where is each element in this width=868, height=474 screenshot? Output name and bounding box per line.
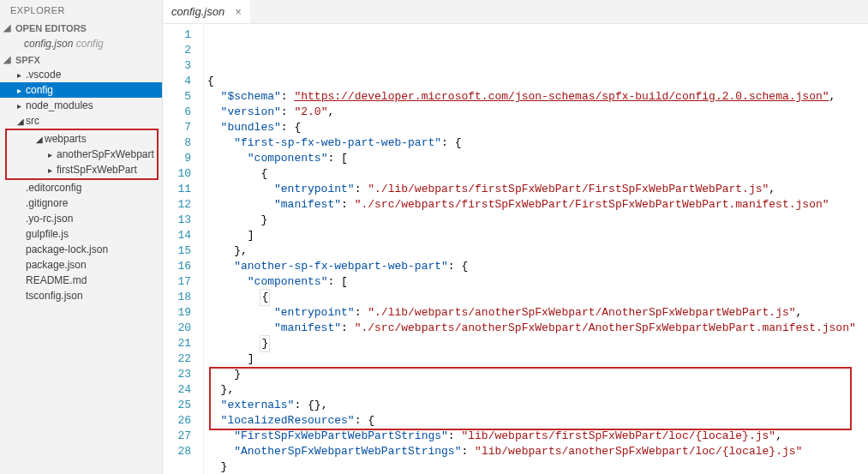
line-number: 5	[163, 89, 191, 105]
tree-item[interactable]: ▸.editorconfig	[0, 180, 162, 195]
line-number: 9	[163, 151, 191, 166]
tree-item[interactable]: ▸README.md	[0, 273, 162, 288]
code-body[interactable]: { "$schema": "https://developer.microsof…	[204, 24, 868, 474]
token-punc: }	[261, 337, 268, 350]
line-number: 17	[163, 274, 191, 290]
line-number: 19	[163, 305, 191, 321]
token-punc: },	[234, 244, 248, 257]
token-str: "./src/webparts/firstSpFxWebPart/FirstSp…	[355, 198, 829, 211]
code-line: "entrypoint": "./lib/webparts/firstSpFxW…	[207, 182, 868, 197]
line-number: 2	[163, 43, 191, 58]
token-punc: {	[261, 291, 268, 303]
token-key: "manifest"	[274, 198, 341, 211]
token-key: "components"	[248, 152, 328, 165]
token-punc: ,	[775, 429, 782, 442]
token-punc: }	[221, 460, 228, 473]
line-number: 10	[163, 166, 191, 182]
token-punc: },	[221, 383, 235, 396]
bracket-match: }	[260, 335, 270, 352]
line-number: 28	[163, 444, 191, 459]
token-key: "version"	[221, 105, 281, 118]
code-line: },	[207, 243, 868, 259]
token-key: "$schema"	[221, 90, 281, 103]
token-punc: : {	[281, 121, 301, 134]
token-punc: ,	[327, 105, 334, 118]
tree-item[interactable]: ▸.vscode	[0, 67, 162, 82]
token-punc: : {	[448, 260, 468, 273]
tree-item[interactable]: ▸config	[0, 82, 162, 98]
open-editor-hint: config	[76, 38, 104, 50]
tree-item[interactable]: ▸package-lock.json	[0, 242, 162, 257]
token-punc: }	[234, 368, 241, 381]
tree-item[interactable]: ▸package.json	[0, 257, 162, 273]
tree-item[interactable]: ▸anotherSpFxWebpart	[7, 147, 157, 162]
token-str: "lib/webparts/firstSpFxWebPart/loc/{loca…	[461, 429, 775, 442]
code-line: "another-sp-fx-webpart-web-part": {	[207, 259, 868, 274]
code-line: },	[207, 382, 868, 398]
tree-item[interactable]: ▸tsconfig.json	[0, 288, 162, 303]
code-line: {	[207, 166, 868, 182]
chevron-down-icon: ◢	[3, 54, 12, 65]
line-number: 13	[163, 213, 191, 228]
line-number: 16	[163, 259, 191, 274]
token-key: "another-sp-fx-webpart-web-part"	[234, 260, 448, 273]
line-number: 1	[163, 27, 191, 43]
code-line: "AnotherSpFxWebpartWebPartStrings": "lib…	[207, 444, 868, 459]
token-punc: : {	[441, 136, 461, 149]
token-punc: :	[355, 183, 368, 195]
tab-label: config.json	[171, 5, 224, 18]
token-punc: :	[341, 198, 355, 211]
token-punc: ]	[248, 229, 254, 242]
tree-item[interactable]: ◢webparts	[7, 131, 157, 147]
code-line: "first-sp-fx-web-part-web-part": {	[207, 135, 868, 151]
code-line: "manifest": "./src/webparts/firstSpFxWeb…	[207, 197, 868, 213]
close-icon[interactable]: ×	[235, 5, 242, 18]
token-key: "manifest"	[274, 321, 341, 334]
code-line: "localizedResources": {	[207, 413, 868, 429]
token-punc: : {	[355, 414, 374, 427]
chevron-down-icon: ◢	[3, 22, 12, 33]
editor-tabs: config.json ×	[163, 0, 868, 24]
open-editors-label: OPEN EDITORS	[15, 23, 87, 33]
token-key: "entrypoint"	[274, 183, 355, 195]
line-number: 20	[163, 321, 191, 336]
tree-item[interactable]: ◢src	[0, 113, 162, 129]
tree-item[interactable]: ▸.yo-rc.json	[0, 211, 162, 226]
token-punc: ,	[796, 306, 803, 319]
explorer-sidebar: EXPLORER ◢ OPEN EDITORS config.json conf…	[0, 0, 163, 474]
line-number: 8	[163, 135, 191, 151]
tree-item[interactable]: ▸.gitignore	[0, 195, 162, 211]
code-line: {	[207, 74, 868, 89]
code-line: }	[207, 213, 868, 228]
token-str: "lib/webparts/anotherSpFxWebpart/loc/{lo…	[475, 445, 802, 458]
code-line: "components": [	[207, 151, 868, 166]
explorer-title: EXPLORER	[0, 0, 162, 21]
token-punc: :	[281, 90, 295, 103]
code-line: }	[207, 367, 868, 382]
open-editor-item[interactable]: config.json config	[0, 35, 162, 52]
token-punc: : {},	[294, 399, 327, 411]
code-line: ]	[207, 228, 868, 243]
tree-item[interactable]: ▸firstSpFxWebPart	[7, 162, 157, 177]
token-key: "components"	[248, 275, 328, 288]
code-line: "manifest": "./src/webparts/anotherSpFxW…	[207, 321, 868, 336]
tree-item-label: anotherSpFxWebpart	[57, 148, 154, 160]
token-punc: }	[260, 213, 267, 226]
tree-item-label: node_modules	[26, 99, 93, 111]
open-editor-filename: config.json	[24, 38, 73, 50]
open-editors-header[interactable]: ◢ OPEN EDITORS	[0, 21, 162, 35]
workspace-header[interactable]: ◢ SPFX	[0, 52, 162, 67]
token-punc: :	[461, 445, 475, 458]
line-number: 7	[163, 120, 191, 135]
token-punc: ,	[769, 183, 775, 195]
tree-item-label: config	[26, 84, 53, 96]
line-number: 23	[163, 367, 191, 382]
tree-item[interactable]: ▸node_modules	[0, 98, 162, 113]
token-key: "entrypoint"	[274, 306, 355, 319]
bracket-match: {	[260, 289, 270, 306]
tab-config-json[interactable]: config.json ×	[163, 0, 250, 23]
token-key: "localizedResources"	[221, 414, 355, 427]
code-editor[interactable]: 1234567891011121314151617181920212223242…	[163, 24, 868, 474]
tree-item[interactable]: ▸gulpfile.js	[0, 226, 162, 242]
tree-item-label: tsconfig.json	[26, 290, 83, 302]
